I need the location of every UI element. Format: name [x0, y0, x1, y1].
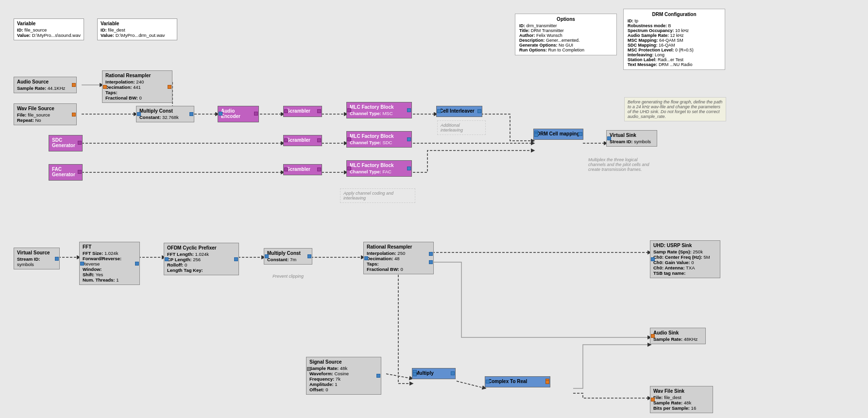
drm-station: Station Label: Radi...er Test: [628, 57, 721, 62]
sdc-output-port: [78, 141, 82, 145]
rational-resampler2-block[interactable]: Rational Resampler Interpolation: 250 De…: [363, 242, 434, 274]
wav-source-output-port: [72, 113, 76, 117]
mlc-fac-output-port: [407, 167, 411, 170]
audio-source-samplerate: Sample Rate: 44.1KHz: [17, 85, 73, 91]
variable2-block[interactable]: Variable ID: file_dest Value: D:\MyPro..…: [97, 18, 177, 40]
mc1-output-port: [189, 112, 193, 116]
options-info-box: Options ID: drm_transmitter Title: DRM T…: [515, 14, 617, 55]
mlc-msc-output-port: [407, 108, 411, 112]
variable2-id: ID: file_dest: [101, 27, 174, 33]
comment-apply-channel-coding: Apply channel coding and interleaving: [340, 188, 415, 203]
mc1-title: Multiply Const: [139, 108, 191, 114]
mlc-sdc-block[interactable]: MLC Factory Block Channel Type: SDC: [346, 131, 412, 148]
dcm-output-port: [579, 132, 582, 136]
options-title-row: Title: DRM Transmitter: [519, 28, 613, 33]
mlc-fac-block[interactable]: MLC Factory Block Channel Type: FAC: [346, 160, 412, 177]
drm-audio-sr: Audio Sample Rate: 12 kHz: [628, 33, 721, 38]
mc2-output-port: [307, 254, 311, 258]
fac-output-port: [78, 170, 82, 174]
s1-input-port: [284, 109, 288, 113]
rational-resampler1-block[interactable]: Rational Resampler Interpolation: 240 De…: [102, 70, 172, 103]
fac-title: FAC Generator: [52, 167, 79, 177]
fft-output-port: [135, 262, 139, 266]
signal-source-block[interactable]: Signal Source Sample Rate: 48k Waveform:…: [306, 357, 381, 395]
rr1-input-port: [103, 85, 107, 89]
drm-msc-prot: MSC Protection Level: 0 (R=0.5): [628, 48, 721, 52]
ocp-output-port: [234, 257, 238, 261]
scrambler2-block[interactable]: Scrambler: [283, 135, 322, 146]
mlc-sdc-title: MLC Factory Block: [350, 134, 408, 139]
variable1-title: Variable: [17, 21, 81, 26]
drm-config-title: DRM Configuration: [628, 12, 721, 17]
ae-input-port: [219, 112, 222, 116]
complex-to-real-block[interactable]: Complex To Real: [485, 376, 550, 387]
scrambler3-block[interactable]: Scrambler: [283, 164, 322, 175]
options-title: Options: [519, 17, 613, 22]
rr1-title: Rational Resampler: [105, 73, 169, 78]
sdc-generator-block[interactable]: SDC Generator: [49, 135, 83, 151]
multiply-block[interactable]: Multiply: [412, 368, 456, 379]
wav-source-title: Wav File Source: [17, 106, 73, 111]
options-id: ID: drm_transmitter: [519, 23, 613, 28]
ss-title: Signal Source: [309, 359, 378, 365]
options-run: Run Options: Run to Completion: [519, 48, 613, 52]
rr2-output2-port: [429, 260, 433, 264]
sdc-title: SDC Generator: [52, 137, 79, 148]
ci-title: Cell Interleaver: [440, 108, 479, 114]
variable2-value: Value: D:\MyPro...drm_out.wav: [101, 33, 174, 38]
mlc-msc-block[interactable]: MLC Factory Block Channel Type: MSC: [346, 102, 412, 118]
fft-title: FFT: [83, 244, 136, 250]
virtual-source-block[interactable]: Virtual Source Stream ID: symbols: [14, 248, 60, 269]
mlc-sdc-input-port: [347, 137, 351, 141]
s3-input-port: [284, 167, 288, 171]
vs-input-port: [607, 136, 611, 140]
s3-output-port: [317, 167, 321, 171]
ofdm-cyclic-prefixer-block[interactable]: OFDM Cyclic Prefixer FFT Length: 1.024k …: [164, 243, 239, 275]
rr1-output-port: [168, 85, 171, 89]
drm-id: ID: tp: [628, 18, 721, 23]
connections-layer: [0, 0, 868, 418]
s2-input-port: [284, 138, 288, 142]
ae-output-port: [254, 112, 258, 116]
mc2-title: Multiply Const: [267, 251, 309, 256]
multiply-const1-block[interactable]: Multiply Const Constant: 32.768k: [136, 106, 194, 122]
options-gen: Generate Options: No GUI: [519, 43, 613, 48]
wfs-title: Wav File Sink: [653, 388, 710, 394]
usrp-input-port: [651, 257, 655, 261]
drm-cell-mapping-block[interactable]: DRM Cell mapping: [533, 129, 583, 140]
drm-robustness: Robustness mode: B: [628, 23, 721, 28]
s2-title: Scrambler: [287, 137, 319, 143]
virtual-sink-block[interactable]: Virtual Sink Stream ID: symbols: [606, 130, 657, 147]
cell-interleaver-block[interactable]: Cell Interleaver: [436, 106, 482, 117]
fft-input-port: [80, 262, 84, 266]
audio-source-block[interactable]: Audio Source Sample Rate: 44.1KHz: [14, 77, 77, 93]
s1-title: Scrambler: [287, 108, 319, 114]
ss-input-port: [307, 367, 311, 371]
ae-title: Audio Encoder: [221, 108, 255, 119]
mlc-fac-title: MLC Factory Block: [350, 163, 408, 168]
wav-file-sink-block[interactable]: Wav File Sink File: file_dest Sample Rat…: [650, 386, 713, 413]
fft-block[interactable]: FFT FFT Size: 1.024k Forward/Reverse: Re…: [79, 242, 140, 285]
ocp-title: OFDM Cyclic Prefixer: [167, 245, 236, 251]
rr2-title: Rational Resampler: [367, 244, 430, 250]
scrambler1-block[interactable]: Scrambler: [283, 106, 322, 117]
mc2-input-port: [265, 254, 269, 258]
vs-title: Virtual Sink: [610, 133, 654, 138]
wav-file-source-block[interactable]: Wav File Source File: file_source Repeat…: [14, 103, 77, 125]
variable1-value: Value: D:\MyPro...s\sound.wav: [17, 33, 81, 38]
variable1-block[interactable]: Variable ID: file_source Value: D:\MyPro…: [14, 18, 84, 40]
audio-encoder-block[interactable]: Audio Encoder: [218, 106, 259, 122]
multiply-const2-block[interactable]: Multiply Const Constant: 7m: [264, 248, 312, 265]
variable2-title: Variable: [101, 21, 174, 26]
uhd-usrp-sink-block[interactable]: UHD: USRP Sink Samp Rate (Sps): 250k Ch0…: [650, 240, 720, 278]
flow-graph-canvas: Variable ID: file_source Value: D:\MyPro…: [0, 0, 868, 418]
ctr-title: Complex To Real: [488, 379, 547, 384]
audio-sink-block[interactable]: Audio Sink Sample Rate: 48KHz: [650, 328, 706, 344]
options-desc: Description: Gener...emented.: [519, 38, 613, 43]
mlc-msc-title: MLC Factory Block: [350, 104, 408, 110]
mc1-input-port: [137, 112, 141, 116]
drm-interleaving: Interleaving: Long: [628, 52, 721, 57]
comment-multiplex: Multiplex the three logical channels and…: [585, 155, 656, 174]
fac-generator-block[interactable]: FAC Generator: [49, 164, 83, 181]
drm-msc-map: MSC Mapping: 64-QAM SM: [628, 38, 721, 43]
